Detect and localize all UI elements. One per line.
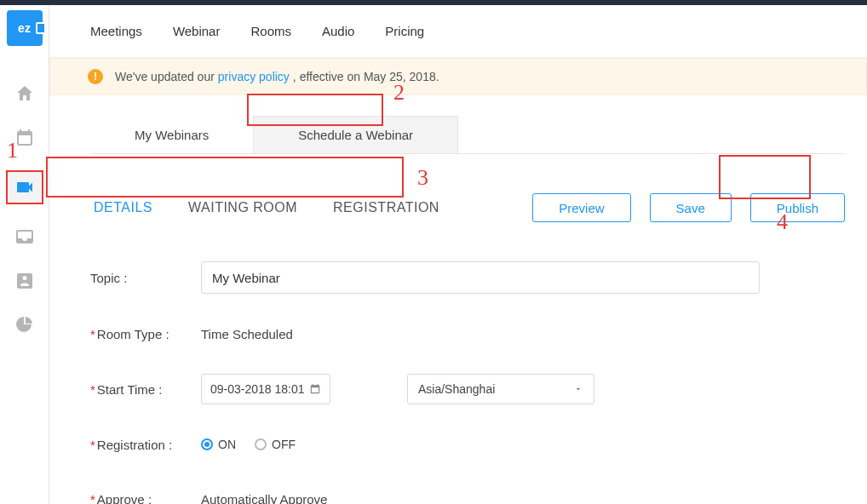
- tab-schedule-webinar[interactable]: Schedule a Webinar: [253, 116, 458, 153]
- topic-label: Topic :: [90, 271, 201, 285]
- nav-pricing[interactable]: Pricing: [385, 24, 424, 38]
- nav-webinar[interactable]: Webinar: [173, 24, 221, 38]
- annotation-num-1: 1: [7, 138, 18, 163]
- analytics-icon[interactable]: [13, 313, 37, 337]
- start-time-label: *Start Time :: [90, 382, 201, 397]
- subtab-waiting-room[interactable]: WAITING ROOM: [188, 200, 297, 215]
- radio-off-icon: [255, 438, 267, 450]
- action-buttons: Preview Save Publish: [532, 193, 845, 222]
- radio-on-label: ON: [218, 438, 236, 451]
- notice-text-prefix: We've updated our: [115, 70, 215, 83]
- approve-label: *Approve :: [90, 492, 201, 505]
- webinar-tabs: My Webinars Schedule a Webinar: [90, 116, 845, 154]
- privacy-policy-link[interactable]: privacy policy: [218, 70, 290, 83]
- nav-rooms[interactable]: Rooms: [250, 24, 291, 38]
- warning-icon: !: [88, 69, 103, 84]
- registration-on-radio[interactable]: ON: [201, 438, 236, 451]
- save-button[interactable]: Save: [650, 193, 732, 222]
- sidebar: ez: [0, 5, 49, 504]
- top-nav: Meetings Webinar Rooms Audio Pricing: [49, 5, 867, 58]
- nav-meetings[interactable]: Meetings: [90, 24, 142, 38]
- annotation-num-2: 2: [393, 80, 405, 106]
- inbox-icon[interactable]: [13, 225, 37, 249]
- chevron-down-icon: [573, 384, 583, 394]
- notice-banner: ! We've updated our privacy policy , eff…: [49, 58, 867, 95]
- radio-on-icon: [201, 438, 213, 450]
- annotation-box-3: [46, 157, 404, 198]
- annotation-num-4: 4: [777, 209, 788, 235]
- preview-button[interactable]: Preview: [532, 193, 630, 222]
- registration-off-radio[interactable]: OFF: [255, 438, 296, 451]
- timezone-select[interactable]: Asia/Shanghai: [407, 374, 594, 404]
- publish-button[interactable]: Publish: [750, 193, 845, 222]
- start-time-input[interactable]: 09-03-2018 18:01: [201, 374, 330, 404]
- home-icon[interactable]: [13, 82, 37, 106]
- app-logo[interactable]: ez: [7, 10, 43, 46]
- room-type-label: *Room Type :: [90, 327, 201, 341]
- subtab-registration[interactable]: REGISTRATION: [333, 200, 439, 215]
- contacts-icon[interactable]: [13, 269, 37, 293]
- registration-label: *Registration :: [90, 438, 201, 452]
- notice-text-suffix: , effective on May 25, 2018.: [293, 70, 439, 83]
- tab-my-webinars[interactable]: My Webinars: [90, 116, 253, 153]
- logo-text: ez: [18, 21, 31, 35]
- timezone-value: Asia/Shanghai: [418, 382, 495, 396]
- calendar-picker-icon: [309, 383, 321, 395]
- nav-audio[interactable]: Audio: [322, 24, 354, 38]
- start-time-value: 09-03-2018 18:01: [210, 382, 305, 396]
- topic-input[interactable]: [201, 261, 760, 294]
- annotation-num-3: 3: [417, 165, 428, 191]
- webinar-video-icon[interactable]: [6, 170, 43, 204]
- subtab-details[interactable]: DETAILS: [94, 200, 152, 215]
- radio-off-label: OFF: [272, 438, 296, 451]
- room-type-value: Time Scheduled: [201, 327, 293, 341]
- approve-value: Automatically Approve: [201, 492, 327, 505]
- subtabs: DETAILS WAITING ROOM REGISTRATION: [90, 200, 439, 215]
- logo-cam-icon: [36, 22, 46, 34]
